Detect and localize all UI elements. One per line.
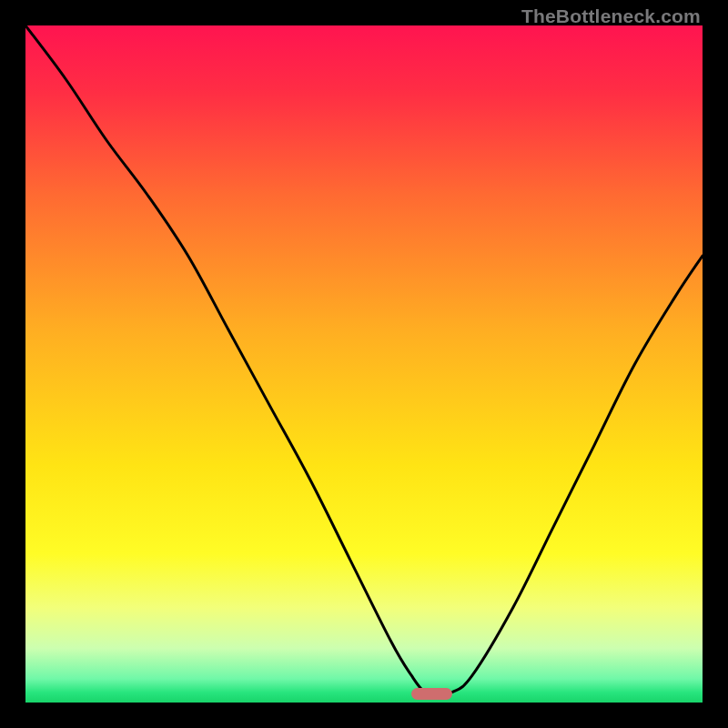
bottleneck-curve [25,25,703,703]
optimal-marker [411,688,452,700]
plot-area [25,25,703,703]
watermark-text: TheBottleneck.com [521,5,701,27]
